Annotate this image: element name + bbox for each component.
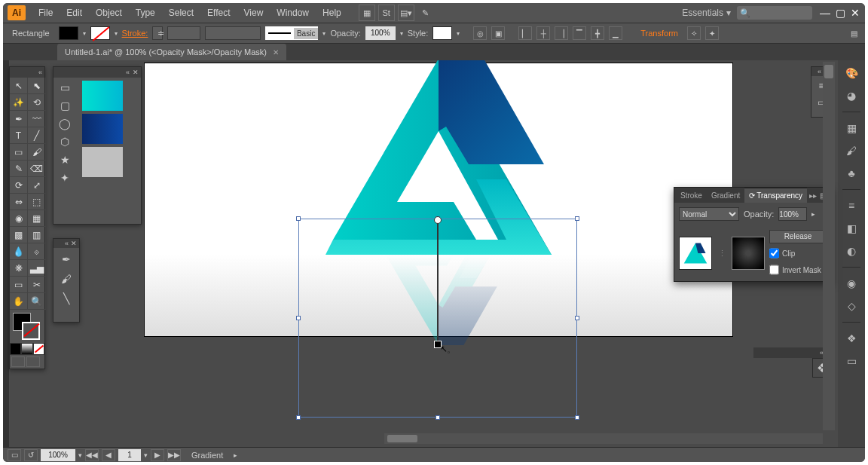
recolor-icon[interactable]: ◎: [473, 26, 487, 40]
eraser-tool[interactable]: ⌫: [28, 161, 46, 177]
free-transform-tool[interactable]: ⬚: [28, 194, 46, 210]
brushes-panel-icon[interactable]: 🖌: [843, 142, 860, 159]
scrollbar-thumb[interactable]: [824, 65, 833, 78]
menu-file[interactable]: File: [32, 3, 60, 23]
line-tool[interactable]: ╱: [28, 127, 46, 144]
slice-tool[interactable]: ✂: [28, 277, 46, 293]
nav-last-icon[interactable]: ▶▶: [167, 449, 181, 461]
stroke-panel-icon[interactable]: ≡: [843, 197, 860, 214]
stroke-profile-dropdown[interactable]: [205, 26, 261, 40]
scrollbar-thumb[interactable]: [387, 435, 417, 442]
blend-tool[interactable]: ⟐: [28, 243, 46, 260]
collapse-icon[interactable]: «: [65, 240, 69, 247]
shape-star-icon[interactable]: ★: [57, 153, 73, 167]
handle-bl[interactable]: [296, 415, 301, 420]
edit-edges-icon[interactable]: ✦: [705, 26, 719, 40]
handle-tr[interactable]: [575, 216, 579, 221]
menu-select[interactable]: Select: [162, 3, 200, 23]
bridge-icon[interactable]: ▦: [359, 5, 375, 21]
scale-tool[interactable]: ⤢: [28, 177, 46, 194]
paintbrush-tool[interactable]: 🖌: [28, 144, 46, 161]
align-selection-icon[interactable]: ▣: [491, 26, 505, 40]
gradient-panel-icon[interactable]: ◧: [843, 220, 860, 237]
zoom-level[interactable]: 100%: [41, 449, 75, 461]
handle-br[interactable]: [575, 415, 579, 420]
horizontal-scrollbar[interactable]: [384, 433, 823, 444]
pen-tool[interactable]: ✒: [10, 111, 28, 127]
shape-flare-icon[interactable]: ✦: [57, 171, 73, 185]
align-hcenter-icon[interactable]: ┼: [536, 26, 550, 40]
swatch-navy[interactable]: [82, 114, 123, 144]
align-right-icon[interactable]: ▕: [555, 26, 568, 40]
invert-checkbox[interactable]: Invert Mask: [769, 263, 827, 277]
artboard-nav-first-icon[interactable]: ▭: [8, 449, 21, 461]
graphic-style-swatch[interactable]: [432, 26, 452, 40]
brush-menu-icon[interactable]: ▾: [322, 30, 326, 37]
fill-stroke-control[interactable]: [10, 310, 44, 343]
shape-builder-tool[interactable]: ◉: [10, 210, 28, 227]
swatch-teal[interactable]: [82, 81, 123, 111]
perspective-tool[interactable]: ▦: [28, 210, 46, 227]
hand-tool[interactable]: ✋: [10, 293, 28, 310]
status-menu-icon[interactable]: ▸: [234, 451, 237, 459]
mask-link-icon[interactable]: ⋮: [717, 249, 727, 259]
close-icon[interactable]: ✕: [133, 69, 139, 76]
tab-gradient[interactable]: Gradient: [707, 188, 744, 203]
toolbox-header[interactable]: «: [10, 67, 44, 78]
feedback-icon[interactable]: ✎: [417, 5, 434, 21]
brush-preview[interactable]: Basic: [265, 26, 318, 40]
stock-icon[interactable]: St: [378, 5, 395, 21]
clip-checkbox-input[interactable]: [769, 246, 779, 260]
transform-link[interactable]: Transform: [636, 29, 683, 38]
menu-help[interactable]: Help: [316, 3, 348, 23]
isolate-icon[interactable]: ✧: [687, 26, 701, 40]
rectangle-tool[interactable]: ▭: [10, 144, 28, 161]
color-panel-icon[interactable]: 🎨: [843, 65, 860, 81]
artboard-menu-icon[interactable]: ▾: [144, 451, 148, 459]
panel-expand-icon[interactable]: ▸▸: [809, 191, 817, 200]
menu-view[interactable]: View: [237, 3, 270, 23]
menu-type[interactable]: Type: [129, 3, 162, 23]
shape-rectangle-icon[interactable]: ▭: [57, 81, 73, 94]
artboard-tool[interactable]: ▭: [10, 277, 28, 293]
type-tool[interactable]: T: [10, 127, 28, 144]
collapse-icon[interactable]: «: [126, 69, 130, 76]
stroke-indicator[interactable]: [22, 322, 40, 340]
gradient-tool[interactable]: ▥: [28, 227, 46, 243]
pencil-tool[interactable]: ✎: [10, 161, 28, 177]
shape-ellipse-icon[interactable]: ◯: [57, 117, 73, 130]
mesh-tool[interactable]: ▩: [10, 227, 28, 243]
rotate-tool[interactable]: ⟳: [10, 177, 28, 194]
zoom-tool[interactable]: 🔍: [28, 293, 46, 310]
vertical-scrollbar[interactable]: [823, 62, 835, 430]
screen-mode-full[interactable]: [26, 356, 40, 367]
tab-stroke[interactable]: Stroke: [676, 188, 707, 203]
color-guide-icon[interactable]: ◕: [843, 87, 860, 104]
mask-thumbnail[interactable]: [732, 237, 765, 270]
clip-checkbox[interactable]: Clip: [769, 246, 827, 260]
align-top-icon[interactable]: ▔: [573, 26, 586, 40]
style-menu-icon[interactable]: ▾: [457, 30, 460, 37]
maximize-button[interactable]: ▢: [835, 8, 845, 18]
line-variant-icon[interactable]: ╲: [58, 290, 75, 307]
align-vcenter-icon[interactable]: ╋: [591, 26, 604, 40]
close-icon[interactable]: ✕: [71, 240, 77, 247]
handle-lc[interactable]: [296, 316, 301, 320]
direct-selection-tool[interactable]: ⬉: [28, 78, 46, 94]
align-bottom-icon[interactable]: ▁: [609, 26, 622, 40]
color-mode-none[interactable]: [33, 343, 44, 355]
layers-panel-icon[interactable]: ❖: [843, 330, 860, 347]
shape-polygon-icon[interactable]: ⬡: [57, 135, 73, 148]
align-left-icon[interactable]: ▏: [518, 26, 532, 40]
artboards-panel-icon[interactable]: ▭: [843, 353, 860, 369]
minimize-button[interactable]: —: [820, 8, 830, 18]
nav-first-icon[interactable]: ◀◀: [85, 449, 99, 461]
stroke-swatch[interactable]: [90, 26, 110, 40]
paintbrush-variant-icon[interactable]: 🖌: [58, 271, 75, 287]
handle-rc[interactable]: [575, 316, 579, 320]
collapse-icon[interactable]: «: [38, 69, 42, 76]
selection-tool[interactable]: ↖: [10, 78, 28, 94]
blend-mode-dropdown[interactable]: Normal: [679, 207, 739, 221]
symbols-panel-icon[interactable]: ♣: [843, 165, 860, 182]
handle-tl[interactable]: [296, 216, 301, 221]
